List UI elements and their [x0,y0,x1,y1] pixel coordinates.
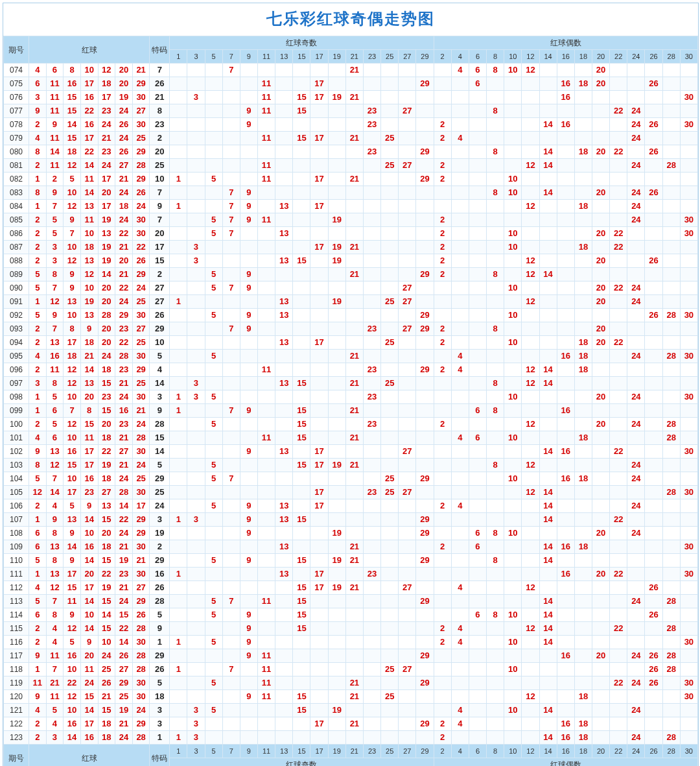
odd-cell-25 [381,499,399,513]
table-row: 1038121517192124551517192181224 [4,459,698,472]
even-cell-20 [592,704,609,717]
even-cell-22 [610,472,627,486]
cell-bonus: 25 [150,159,170,173]
odd-cell-23 [363,227,380,241]
even-cell-10: 10 [504,64,522,77]
table-row: 0872310181921221731719212101822 [4,241,698,254]
cell-period: 102 [4,445,29,459]
cell-red: 24 [115,186,133,200]
odd-cell-21 [345,104,363,118]
even-cell-12: 12 [522,486,539,499]
odd-cell-5 [205,431,222,445]
odd-cell-5 [205,717,222,731]
even-cell-14 [539,64,557,77]
even-cell-24 [627,486,645,499]
cell-red: 19 [115,704,133,717]
cell-red: 8 [46,268,64,281]
cell-red: 11 [46,159,64,173]
even-cell-14: 14 [539,622,557,636]
cell-red: 26 [132,186,150,200]
even-cell-18: 18 [574,731,592,745]
even-cell-2 [434,608,451,622]
cell-red: 21 [115,268,133,281]
even-cell-8 [487,486,504,499]
odd-cell-29: 29 [416,513,434,527]
even-cell-16 [557,159,574,173]
even-cell-6 [469,91,486,104]
odd-cell-19: 19 [328,213,345,227]
odd-cell-5: 5 [205,173,222,186]
odd-cell-7 [222,377,240,390]
even-cell-26 [645,499,662,513]
even-cell-24 [627,241,645,254]
odd-cell-5 [205,77,222,91]
cell-red: 1 [29,404,46,418]
odd-cell-17 [310,554,328,568]
odd-cell-23: 23 [363,568,380,581]
even-cell-12 [522,350,539,363]
odd-cell-11 [258,608,275,622]
even-cell-8 [487,309,504,322]
odd-cell-25 [381,309,399,322]
even-cell-18 [574,186,592,200]
odd-cell-3: 3 [187,241,205,254]
odd-cell-29: 29 [416,472,434,486]
even-cell-16 [557,268,574,281]
even-cell-28 [662,513,680,527]
odd-cell-5 [205,404,222,418]
even-cell-20 [592,581,609,595]
even-cell-22: 22 [610,227,627,241]
odd-cell-9 [240,676,257,690]
even-cell-18: 18 [574,690,592,704]
even-cell-30 [680,295,697,309]
even-cell-4 [451,377,469,390]
even-cell-26 [645,213,662,227]
even-cell-2: 2 [434,254,451,268]
odd-cell-25: 25 [381,336,399,350]
even-cell-6 [469,568,486,581]
odd-cell-21 [345,213,363,227]
cell-bonus: 2 [150,268,170,281]
odd-cell-1: 1 [170,636,187,649]
odd-cell-5: 5 [205,418,222,431]
odd-cell-11: 11 [258,77,275,91]
even-cell-14: 14 [539,118,557,132]
odd-cell-25: 25 [381,377,399,390]
odd-cell-9: 9 [240,322,257,336]
cell-red: 28 [115,350,133,363]
odd-cell-7 [222,581,240,595]
odd-cell-7 [222,268,240,281]
even-cell-30: 30 [680,350,697,363]
even-cell-20 [592,676,609,690]
cell-period: 119 [4,676,29,690]
foot-even-4: 4 [451,745,469,758]
table-row: 08625710132230205713210202230 [4,227,698,241]
even-cell-14 [539,336,557,350]
even-cell-26 [645,159,662,173]
odd-cell-19 [328,663,345,676]
even-cell-20 [592,268,609,281]
odd-cell-23 [363,309,380,322]
even-cell-6 [469,350,486,363]
even-cell-14 [539,717,557,731]
odd-cell-9 [240,704,257,717]
cell-bonus: 9 [150,200,170,213]
odd-cell-15 [293,486,310,499]
even-cell-14: 14 [539,554,557,568]
cell-red: 19 [98,459,115,472]
odd-col-1: 1 [170,50,187,64]
odd-cell-23 [363,213,380,227]
odd-cell-11 [258,145,275,159]
even-cell-28 [662,77,680,91]
even-cell-26 [645,268,662,281]
cell-bonus: 18 [150,690,170,704]
odd-cell-19 [328,322,345,336]
even-cell-24: 24 [627,649,645,663]
odd-cell-15: 15 [293,377,310,390]
even-cell-4 [451,527,469,540]
even-cell-4 [451,459,469,472]
odd-cell-29: 29 [416,309,434,322]
even-cell-8 [487,159,504,173]
cell-red: 21 [46,676,64,690]
even-cell-14 [539,390,557,404]
